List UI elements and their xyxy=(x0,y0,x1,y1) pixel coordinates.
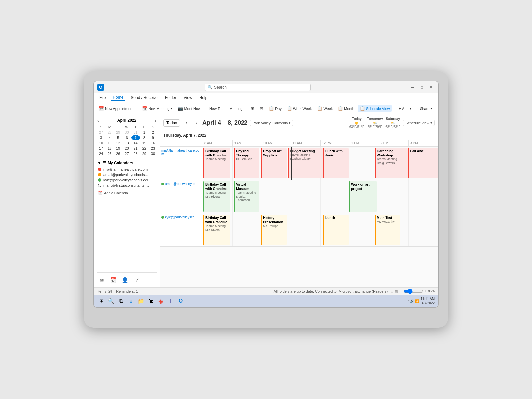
toolbar-btn-view1[interactable]: ⊞ xyxy=(249,105,256,112)
people-nav-icon[interactable]: 👤 xyxy=(120,275,130,285)
taskview-icon[interactable]: ⧉ xyxy=(117,297,125,305)
event-block[interactable]: Birthday Call with GrandmaTeams Meeting xyxy=(203,148,230,178)
mini-cal-day[interactable]: 13 xyxy=(122,140,131,146)
mini-cal-prev[interactable]: ‹ xyxy=(97,118,99,123)
calendars-header[interactable]: ▼ ☰ My Calendars xyxy=(97,159,157,167)
mini-cal-day[interactable]: 8 xyxy=(140,135,149,140)
mini-cal-day[interactable]: 17 xyxy=(97,146,105,151)
zoom-control[interactable]: − + 86% xyxy=(400,289,435,294)
mini-cal-day[interactable]: 30 xyxy=(149,151,157,156)
mini-cal-day[interactable]: 29 xyxy=(114,130,122,135)
event-block[interactable]: Lunch with Janice xyxy=(323,148,349,178)
menu-item-home[interactable]: Home xyxy=(111,94,125,101)
event-block[interactable]: Work on art project xyxy=(349,181,377,212)
more-nav-icon[interactable]: ··· xyxy=(144,275,154,285)
event-block[interactable]: Birthday Call with GrandmaTeams MeetingM… xyxy=(203,215,230,245)
mini-cal-day[interactable]: 10 xyxy=(97,140,105,146)
outlook-taskbar-icon[interactable]: O xyxy=(177,297,185,305)
event-block[interactable]: Budget MeetingTeams MeetingStephen Clear… xyxy=(288,148,323,178)
event-block[interactable]: Call Ame xyxy=(408,148,438,178)
mini-cal-day[interactable]: 27 xyxy=(122,151,131,156)
maximize-button[interactable]: □ xyxy=(418,84,425,91)
mini-cal-day[interactable]: 4 xyxy=(105,135,114,140)
mini-cal-day[interactable]: 30 xyxy=(122,130,131,135)
toolbar-btn-month[interactable]: 📋Month xyxy=(336,105,356,112)
toolbar-btn-day[interactable]: 📋Day xyxy=(267,105,284,112)
event-block[interactable]: Drop off Art Supplies xyxy=(261,148,287,178)
event-block[interactable]: Math TestMr. McCarthy xyxy=(375,215,400,245)
mini-cal-day[interactable]: 14 xyxy=(131,140,140,146)
tasks-nav-icon[interactable]: ✓ xyxy=(132,275,142,285)
mini-cal-day[interactable]: 9 xyxy=(149,135,157,140)
mini-cal-day[interactable]: 7 xyxy=(131,135,140,140)
event-block[interactable]: Birthday Call with GrandmaTeams MeetingM… xyxy=(203,181,230,212)
event-block[interactable]: History PresentationMs. Phillips xyxy=(261,215,287,245)
toolbar-btn-new-appointment[interactable]: 📅New Appointment xyxy=(97,105,135,112)
menu-item-file[interactable]: File xyxy=(98,95,107,101)
toolbar-btn-week[interactable]: 📋Week xyxy=(315,105,334,112)
today-button[interactable]: Today xyxy=(163,119,180,127)
mini-cal-day[interactable]: 12 xyxy=(114,140,122,146)
mini-cal-next[interactable]: › xyxy=(155,118,156,123)
store-icon[interactable]: 🛍 xyxy=(147,297,155,305)
toolbar-btn-new-meeting[interactable]: 📅New Meeting▾ xyxy=(140,105,174,112)
mini-cal-day[interactable]: 25 xyxy=(105,151,114,156)
mini-cal-day[interactable]: 16 xyxy=(149,140,157,146)
close-button[interactable]: ✕ xyxy=(427,84,435,91)
location-button[interactable]: Park Valley, California ▾ xyxy=(250,120,293,126)
mini-cal-day[interactable]: 11 xyxy=(105,140,114,146)
mini-cal-day[interactable]: 28 xyxy=(131,151,140,156)
event-block[interactable]: Gardening WorkshopTeams MeetingCraig Bow… xyxy=(375,148,407,178)
calendar-list-item[interactable]: mario@firstupconsultants.com xyxy=(97,183,157,188)
mini-cal-day[interactable]: 31 xyxy=(131,130,140,135)
mini-cal-day[interactable]: 21 xyxy=(131,146,140,151)
mini-cal-day[interactable]: 23 xyxy=(149,146,157,151)
search-taskbar-icon[interactable]: 🔍 xyxy=(107,297,115,305)
calendar-list-item[interactable]: kyle@parkvalleyschools.edu xyxy=(97,177,157,183)
search-box[interactable]: 🔍 Search xyxy=(205,84,311,91)
start-icon[interactable]: ⊞ xyxy=(97,297,105,305)
toolbar-btn-meet-now[interactable]: 📷Meet Now xyxy=(176,105,202,112)
toolbar-btn-add[interactable]: +Add▾ xyxy=(396,105,413,112)
add-calendar-button[interactable]: 📅 Add a Calenda... xyxy=(97,189,157,196)
menu-item-view[interactable]: View xyxy=(182,95,194,101)
mini-cal-day[interactable]: 22 xyxy=(140,146,149,151)
calendar-nav-icon[interactable]: 📅 xyxy=(109,275,118,285)
mini-cal-day[interactable]: 1 xyxy=(140,130,149,135)
mini-cal-day[interactable]: 20 xyxy=(122,146,131,151)
calendar-list-item[interactable]: amari@parkvalleyschools.edu xyxy=(97,172,157,177)
mini-cal-day[interactable]: 26 xyxy=(114,151,122,156)
menu-item-send---receive[interactable]: Send / Receive xyxy=(129,95,159,101)
schedule-area[interactable]: Thursday, April 7, 2022 8 AM9 AM10 AM11 … xyxy=(160,131,438,287)
mini-cal-day[interactable]: 18 xyxy=(105,146,114,151)
mini-cal-day[interactable]: 6 xyxy=(122,135,131,140)
explorer-icon[interactable]: 📁 xyxy=(137,297,145,305)
mini-cal-day[interactable]: 19 xyxy=(114,146,122,151)
mini-cal-day[interactable]: 29 xyxy=(140,151,149,156)
mini-cal-day[interactable]: 27 xyxy=(97,130,105,135)
calendar-list-item[interactable]: mia@lamnahealthcare.com xyxy=(97,167,157,172)
mail-nav-icon[interactable]: ✉ xyxy=(97,275,106,285)
edge-icon[interactable]: e xyxy=(127,297,135,305)
next-period-button[interactable]: › xyxy=(193,119,200,127)
teams-icon[interactable]: T xyxy=(167,297,175,305)
prev-period-button[interactable]: ‹ xyxy=(183,119,190,127)
mini-cal-day[interactable]: 3 xyxy=(97,135,105,140)
toolbar-btn-view2[interactable]: ⊟ xyxy=(258,105,265,112)
event-block[interactable]: Physical TherapyDr. Samuels xyxy=(234,148,259,178)
mini-cal-day[interactable]: 24 xyxy=(97,151,105,156)
menu-item-folder[interactable]: Folder xyxy=(164,95,178,101)
menu-item-help[interactable]: Help xyxy=(198,95,209,101)
event-block[interactable]: Lunch xyxy=(323,215,349,245)
event-block[interactable]: Virtual MuseumTeams MeetingMonica Thomps… xyxy=(234,181,259,212)
mini-cal-day[interactable]: 2 xyxy=(149,130,157,135)
toolbar-btn-work-week[interactable]: 📋Work Week xyxy=(285,105,314,112)
toolbar-btn-schedule-view[interactable]: 📋Schedule View xyxy=(358,105,392,112)
mini-cal-day[interactable]: 15 xyxy=(140,140,149,146)
schedule-view-button[interactable]: Schedule View ▾ xyxy=(403,120,435,126)
mini-cal-day[interactable]: 28 xyxy=(105,130,114,135)
minimize-button[interactable]: ─ xyxy=(409,84,416,91)
mini-cal-day[interactable]: 5 xyxy=(114,135,122,140)
chrome-icon[interactable]: ◉ xyxy=(157,297,165,305)
toolbar-btn-new-teams-meeting[interactable]: TNew Teams Meeting xyxy=(204,105,244,112)
